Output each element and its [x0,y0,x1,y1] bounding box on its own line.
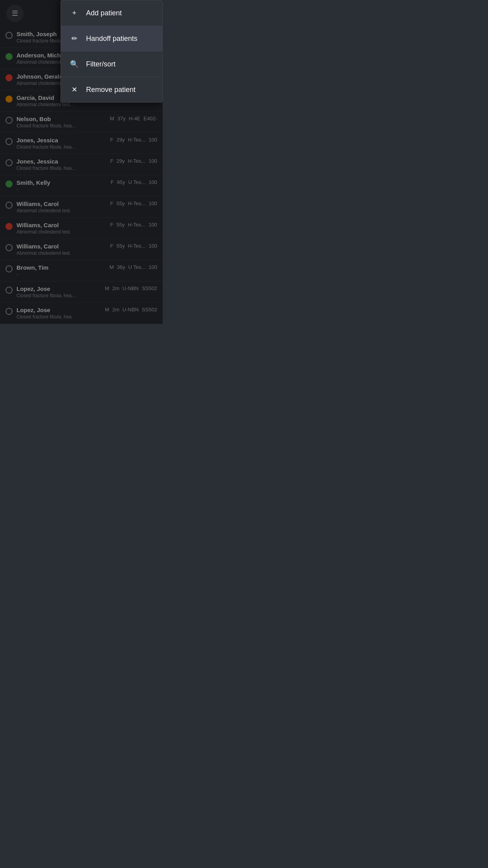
status-indicator [6,53,13,60]
filter-sort-label: Filter/sort [86,60,116,68]
patient-detail: Closed fracture fibula, hea... [17,144,108,150]
patient-room: 100 [149,137,157,143]
patient-row[interactable]: Lopez, JoseClosed fracture fibula, heaM2… [0,303,163,324]
patient-name: Williams, Carol [17,200,108,207]
patient-row[interactable]: Brown, Tim-M36yU Tes...100 [0,260,163,281]
status-indicator [6,96,13,103]
patient-gender: F [110,158,114,164]
patient-meta: F55yH-Tes...100 [110,243,157,249]
patient-meta: M2mU-NBNSS502 [105,307,157,313]
patient-row[interactable]: Nelson, BobClosed fracture fibula, hea..… [0,112,163,133]
status-indicator [6,74,13,81]
patient-row[interactable]: Jones, JessicaClosed fracture fibula, he… [0,154,163,175]
patient-age: 95y [117,179,125,185]
patient-meta: F95yU Tes...100 [111,179,157,185]
patient-location: H-Tes... [128,158,146,164]
patient-detail: - [17,272,107,277]
handoff-patients-label: Handoff patients [86,35,138,43]
patient-detail: Abnormal cholesterol test. [17,208,108,213]
patient-age: 29y [117,137,125,143]
status-indicator [6,180,13,188]
status-indicator [6,265,13,272]
status-indicator [6,159,13,166]
patient-info: Williams, CarolAbnormal cholesterol test… [17,200,108,213]
patient-row[interactable]: Williams, CarolAbnormal cholesterol test… [0,239,163,260]
patient-meta: F55yH-Tes...100 [110,222,157,228]
patient-detail: Closed fracture fibula, hea... [17,293,103,298]
patient-row[interactable]: Lopez, JoseClosed fracture fibula, hea..… [0,281,163,303]
patient-meta: F29yH-Tes...100 [110,137,157,143]
patient-location: H-Tes... [128,222,146,228]
patient-info: Nelson, BobClosed fracture fibula, hea..… [17,116,108,129]
patient-location: U Tes... [128,264,145,270]
handoff-patients-icon: ✏ [69,33,80,44]
status-indicator [6,287,13,294]
patient-location: H-Tes... [128,243,146,249]
patient-name: Smith, Kelly [17,179,108,186]
patient-info: Williams, CarolAbnormal cholesterol test… [17,243,108,256]
patient-age: 29y [117,158,125,164]
patient-meta: M2mU-NBNSS502 [105,285,157,291]
patient-gender: M [105,285,109,291]
patient-location: H-Tes... [128,137,146,143]
patient-gender: M [110,116,114,121]
patient-detail: Closed fracture fibula, hea [17,314,103,320]
patient-room: 100 [149,243,157,249]
status-indicator [6,308,13,315]
patient-meta: M36yU Tes...100 [110,264,157,270]
patient-detail: Closed fracture fibula, hea... [17,123,108,129]
dropdown-item-add-patient[interactable]: +Add patient [61,0,162,26]
patient-info: Jones, JessicaClosed fracture fibula, he… [17,137,108,150]
patient-room: 100 [149,200,157,206]
status-indicator [6,202,13,209]
patient-location: U-NBN [123,307,139,313]
patient-meta: M37yH-4EE402- [110,116,157,121]
status-indicator [6,223,13,230]
remove-patient-label: Remove patient [86,86,136,94]
patient-room: SS502 [142,285,157,291]
patient-gender: F [111,179,114,185]
patient-location: H-4E [129,116,141,121]
dropdown-item-filter-sort[interactable]: 🔍Filter/sort [61,51,162,77]
dropdown-item-handoff-patients[interactable]: ✏Handoff patients [61,26,162,51]
patient-gender: F [110,243,114,249]
patient-detail: - [17,187,108,192]
patient-gender: F [110,222,114,228]
patient-gender: F [110,200,114,206]
patient-location: U-NBN [123,285,139,291]
hamburger-icon: ☰ [12,9,18,18]
patient-detail: Closed fracture fibula, hea... [17,166,108,171]
patient-info: Brown, Tim- [17,264,107,277]
patient-room: E402- [143,116,157,121]
patient-row[interactable]: Williams, CarolAbnormal cholesterol test… [0,218,163,239]
patient-room: 100 [149,158,157,164]
patient-row[interactable]: Smith, Kelly-F95yU Tes...100 [0,175,163,197]
patient-age: 37y [117,116,126,121]
patient-name: Williams, Carol [17,222,108,228]
patient-room: 100 [149,264,157,270]
patient-age: 2m [112,307,119,313]
patient-info: Williams, CarolAbnormal cholesterol test… [17,222,108,235]
patient-meta: F55yH-Tes...100 [110,200,157,206]
patient-meta: F29yH-Tes...100 [110,158,157,164]
patient-info: Lopez, JoseClosed fracture fibula, hea [17,307,103,320]
dropdown-item-remove-patient[interactable]: ✕Remove patient [61,77,162,102]
hamburger-button[interactable]: ☰ [6,5,24,22]
patient-name: Jones, Jessica [17,137,108,143]
patient-info: Smith, Kelly- [17,179,108,192]
dropdown-menu: +Add patient✏Handoff patients🔍Filter/sor… [61,0,163,103]
patient-name: Lopez, Jose [17,307,103,313]
patient-gender: F [110,137,114,143]
patient-row[interactable]: Jones, JessicaClosed fracture fibula, he… [0,133,163,154]
patient-detail: Abnormal cholesterol test... [17,102,116,107]
patient-name: Brown, Tim [17,264,107,271]
status-indicator [6,244,13,251]
patient-age: 36y [117,264,125,270]
add-patient-icon: + [69,7,80,18]
patient-name: Lopez, Jose [17,285,103,292]
patient-detail: Abnormal cholesterol test. [17,229,108,235]
patient-name: Williams, Carol [17,243,108,250]
patient-age: 55y [117,222,125,228]
patient-name: Nelson, Bob [17,116,108,122]
patient-row[interactable]: Williams, CarolAbnormal cholesterol test… [0,197,163,218]
